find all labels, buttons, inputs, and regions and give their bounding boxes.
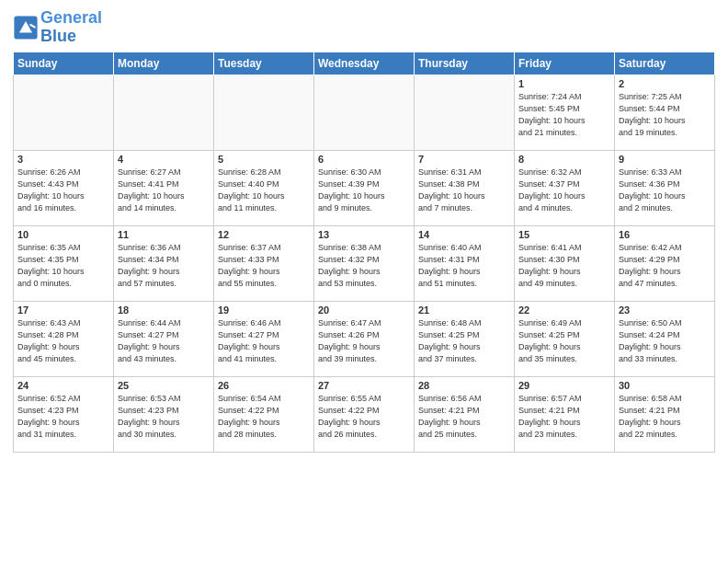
calendar-day-cell <box>214 75 314 150</box>
calendar-day-cell <box>14 75 114 150</box>
calendar-day-cell <box>314 75 415 150</box>
day-info: Sunrise: 6:42 AM Sunset: 4:29 PM Dayligh… <box>619 242 711 290</box>
day-number: 4 <box>118 154 210 165</box>
day-number: 25 <box>118 380 210 391</box>
calendar-week-row: 3Sunrise: 6:26 AM Sunset: 4:43 PM Daylig… <box>14 150 715 225</box>
day-info: Sunrise: 6:33 AM Sunset: 4:36 PM Dayligh… <box>619 167 711 214</box>
weekday-header: Sunday <box>14 52 114 75</box>
calendar-day-cell: 4Sunrise: 6:27 AM Sunset: 4:41 PM Daylig… <box>114 150 214 225</box>
calendar-day-cell: 13Sunrise: 6:38 AM Sunset: 4:32 PM Dayli… <box>314 225 415 301</box>
day-number: 30 <box>619 380 711 391</box>
day-info: Sunrise: 6:36 AM Sunset: 4:34 PM Dayligh… <box>118 242 210 290</box>
day-number: 19 <box>218 304 310 316</box>
day-number: 6 <box>318 154 410 165</box>
day-number: 13 <box>318 229 410 240</box>
day-number: 12 <box>218 229 310 240</box>
calendar-header-row: SundayMondayTuesdayWednesdayThursdayFrid… <box>14 52 715 75</box>
calendar-day-cell: 7Sunrise: 6:31 AM Sunset: 4:38 PM Daylig… <box>415 150 515 225</box>
calendar-day-cell <box>114 75 214 150</box>
day-info: Sunrise: 6:58 AM Sunset: 4:21 PM Dayligh… <box>619 393 711 441</box>
calendar-day-cell: 28Sunrise: 6:56 AM Sunset: 4:21 PM Dayli… <box>415 376 515 452</box>
day-info: Sunrise: 6:48 AM Sunset: 4:25 PM Dayligh… <box>418 317 510 365</box>
calendar-table: SundayMondayTuesdayWednesdayThursdayFrid… <box>13 52 715 453</box>
day-info: Sunrise: 6:28 AM Sunset: 4:40 PM Dayligh… <box>218 167 310 214</box>
calendar-day-cell <box>415 75 515 150</box>
day-info: Sunrise: 7:24 AM Sunset: 5:45 PM Dayligh… <box>518 91 610 139</box>
calendar-day-cell: 18Sunrise: 6:44 AM Sunset: 4:27 PM Dayli… <box>114 301 214 376</box>
day-info: Sunrise: 6:37 AM Sunset: 4:33 PM Dayligh… <box>218 242 310 290</box>
day-info: Sunrise: 6:56 AM Sunset: 4:21 PM Dayligh… <box>418 393 510 441</box>
weekday-header: Thursday <box>415 52 515 75</box>
day-number: 16 <box>619 229 711 240</box>
day-info: Sunrise: 6:54 AM Sunset: 4:22 PM Dayligh… <box>218 393 310 441</box>
day-info: Sunrise: 6:26 AM Sunset: 4:43 PM Dayligh… <box>17 167 109 214</box>
day-info: Sunrise: 6:32 AM Sunset: 4:37 PM Dayligh… <box>518 167 610 214</box>
calendar-week-row: 24Sunrise: 6:52 AM Sunset: 4:23 PM Dayli… <box>14 376 715 452</box>
day-info: Sunrise: 6:49 AM Sunset: 4:25 PM Dayligh… <box>518 317 610 365</box>
calendar-day-cell: 9Sunrise: 6:33 AM Sunset: 4:36 PM Daylig… <box>615 150 715 225</box>
calendar-day-cell: 25Sunrise: 6:53 AM Sunset: 4:23 PM Dayli… <box>114 376 214 452</box>
weekday-header: Saturday <box>615 52 715 75</box>
calendar-day-cell: 24Sunrise: 6:52 AM Sunset: 4:23 PM Dayli… <box>14 376 114 452</box>
weekday-header: Tuesday <box>214 52 314 75</box>
calendar-week-row: 10Sunrise: 6:35 AM Sunset: 4:35 PM Dayli… <box>14 225 715 301</box>
calendar-day-cell: 1Sunrise: 7:24 AM Sunset: 5:45 PM Daylig… <box>515 75 615 150</box>
day-number: 15 <box>518 229 610 240</box>
calendar-day-cell: 11Sunrise: 6:36 AM Sunset: 4:34 PM Dayli… <box>114 225 214 301</box>
day-info: Sunrise: 6:31 AM Sunset: 4:38 PM Dayligh… <box>418 167 510 214</box>
day-info: Sunrise: 6:35 AM Sunset: 4:35 PM Dayligh… <box>17 242 109 290</box>
weekday-header: Wednesday <box>314 52 415 75</box>
day-info: Sunrise: 6:55 AM Sunset: 4:22 PM Dayligh… <box>318 393 410 441</box>
weekday-header: Monday <box>114 52 214 75</box>
calendar-day-cell: 3Sunrise: 6:26 AM Sunset: 4:43 PM Daylig… <box>14 150 114 225</box>
day-info: Sunrise: 6:50 AM Sunset: 4:24 PM Dayligh… <box>619 317 711 365</box>
day-number: 29 <box>518 380 610 391</box>
day-info: Sunrise: 6:27 AM Sunset: 4:41 PM Dayligh… <box>118 167 210 214</box>
calendar-day-cell: 21Sunrise: 6:48 AM Sunset: 4:25 PM Dayli… <box>415 301 515 376</box>
page: General Blue SundayMondayTuesdayWednesda… <box>0 0 728 460</box>
calendar-day-cell: 5Sunrise: 6:28 AM Sunset: 4:40 PM Daylig… <box>214 150 314 225</box>
calendar-day-cell: 29Sunrise: 6:57 AM Sunset: 4:21 PM Dayli… <box>515 376 615 452</box>
day-number: 27 <box>318 380 410 391</box>
calendar-day-cell: 14Sunrise: 6:40 AM Sunset: 4:31 PM Dayli… <box>415 225 515 301</box>
day-info: Sunrise: 6:57 AM Sunset: 4:21 PM Dayligh… <box>518 393 610 441</box>
day-info: Sunrise: 6:41 AM Sunset: 4:30 PM Dayligh… <box>518 242 610 290</box>
calendar-day-cell: 27Sunrise: 6:55 AM Sunset: 4:22 PM Dayli… <box>314 376 415 452</box>
day-number: 8 <box>518 154 610 165</box>
logo: General Blue <box>13 9 102 46</box>
calendar-day-cell: 22Sunrise: 6:49 AM Sunset: 4:25 PM Dayli… <box>515 301 615 376</box>
logo-icon <box>13 15 39 40</box>
day-number: 28 <box>418 380 510 391</box>
day-number: 11 <box>118 229 210 240</box>
calendar-day-cell: 12Sunrise: 6:37 AM Sunset: 4:33 PM Dayli… <box>214 225 314 301</box>
day-info: Sunrise: 6:52 AM Sunset: 4:23 PM Dayligh… <box>17 393 109 441</box>
day-number: 21 <box>418 304 510 316</box>
calendar-day-cell: 15Sunrise: 6:41 AM Sunset: 4:30 PM Dayli… <box>515 225 615 301</box>
calendar-week-row: 17Sunrise: 6:43 AM Sunset: 4:28 PM Dayli… <box>14 301 715 376</box>
day-number: 7 <box>418 154 510 165</box>
day-number: 14 <box>418 229 510 240</box>
day-number: 17 <box>17 304 109 316</box>
day-info: Sunrise: 6:40 AM Sunset: 4:31 PM Dayligh… <box>418 242 510 290</box>
calendar-day-cell: 19Sunrise: 6:46 AM Sunset: 4:27 PM Dayli… <box>214 301 314 376</box>
calendar-day-cell: 8Sunrise: 6:32 AM Sunset: 4:37 PM Daylig… <box>515 150 615 225</box>
day-info: Sunrise: 6:43 AM Sunset: 4:28 PM Dayligh… <box>17 317 109 365</box>
day-info: Sunrise: 6:47 AM Sunset: 4:26 PM Dayligh… <box>318 317 410 365</box>
calendar-day-cell: 16Sunrise: 6:42 AM Sunset: 4:29 PM Dayli… <box>615 225 715 301</box>
day-number: 1 <box>518 78 610 89</box>
logo-text: General Blue <box>40 9 102 46</box>
calendar-day-cell: 10Sunrise: 6:35 AM Sunset: 4:35 PM Dayli… <box>14 225 114 301</box>
day-number: 18 <box>118 304 210 316</box>
calendar-day-cell: 26Sunrise: 6:54 AM Sunset: 4:22 PM Dayli… <box>214 376 314 452</box>
calendar-week-row: 1Sunrise: 7:24 AM Sunset: 5:45 PM Daylig… <box>14 75 715 150</box>
day-number: 20 <box>318 304 410 316</box>
day-info: Sunrise: 6:53 AM Sunset: 4:23 PM Dayligh… <box>118 393 210 441</box>
day-number: 24 <box>17 380 109 391</box>
day-number: 26 <box>218 380 310 391</box>
day-info: Sunrise: 6:38 AM Sunset: 4:32 PM Dayligh… <box>318 242 410 290</box>
day-number: 3 <box>17 154 109 165</box>
weekday-header: Friday <box>515 52 615 75</box>
day-info: Sunrise: 6:46 AM Sunset: 4:27 PM Dayligh… <box>218 317 310 365</box>
day-info: Sunrise: 6:44 AM Sunset: 4:27 PM Dayligh… <box>118 317 210 365</box>
day-number: 10 <box>17 229 109 240</box>
